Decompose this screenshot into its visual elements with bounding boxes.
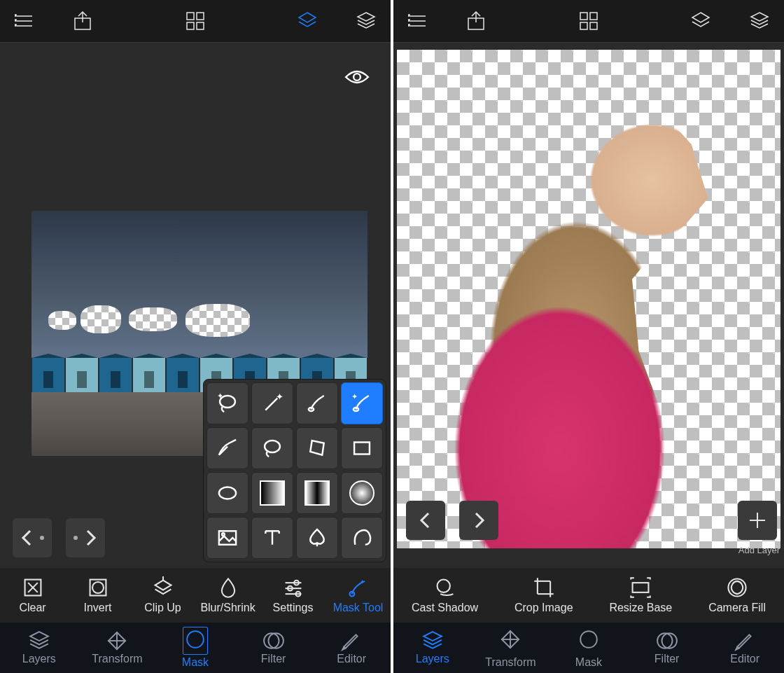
camera-fill-label: Camera Fill [708,602,766,614]
transparent-canvas[interactable] [397,50,780,548]
layer-stack-icon[interactable] [295,9,319,33]
blur-shrink-label: Blur/Shrink [200,602,255,614]
tab-editor[interactable]: Editor [713,630,776,665]
clear-label: Clear [19,602,46,614]
tool-rectangle[interactable] [341,427,383,469]
bottom-tab-bar: Layers Transform Mask Filter Editor [0,623,391,673]
tab-mask-label: Mask [575,656,602,669]
mask-tool-label: Mask Tool [333,602,384,614]
visibility-icon[interactable] [342,69,372,88]
tool-linear-gradient[interactable] [251,472,293,514]
tab-transform[interactable]: Transform [85,630,148,665]
tab-editor-label: Editor [337,653,366,665]
layers-icon[interactable] [748,9,771,33]
bottom-tab-bar: Layers Transform Mask Filter Editor [393,623,784,673]
redo-button[interactable] [66,518,105,557]
tab-filter-label: Filter [261,653,286,665]
tab-mask[interactable]: Mask [557,627,620,669]
tab-editor[interactable]: Editor [320,630,383,665]
tool-magic-wand[interactable] [251,382,293,424]
redo-button[interactable] [459,501,498,540]
crop-image-button[interactable]: Crop Image [514,576,573,614]
tool-hair[interactable] [341,517,383,559]
grid-icon[interactable] [577,9,601,33]
camera-fill-button[interactable]: Camera Fill [708,576,766,614]
tool-text[interactable] [251,517,293,559]
add-layer-button[interactable] [738,501,777,540]
tool-ellipse[interactable] [206,472,248,514]
grid-icon[interactable] [183,9,207,33]
mask-action-bar: Clear Invert Clip Up Blur/Shrink Setting… [0,568,391,623]
top-toolbar [0,0,391,43]
canvas-area[interactable] [0,43,391,568]
tool-magic-lasso[interactable] [206,382,248,424]
settings-label: Settings [273,602,314,614]
tab-layers-label: Layers [22,653,56,665]
clip-up-button[interactable]: Clip Up [134,576,192,614]
invert-label: Invert [83,602,111,614]
layers-icon[interactable] [354,9,378,33]
settings-button[interactable]: Settings [265,576,322,614]
cast-shadow-label: Cast Shadow [412,602,478,614]
tool-radial-gradient[interactable] [341,472,383,514]
resize-base-label: Resize Base [609,602,672,614]
tab-filter[interactable]: Filter [636,630,699,665]
layers-action-bar: Cast Shadow Crop Image Resize Base Camer… [393,568,784,623]
tab-layers-label: Layers [416,653,449,665]
tool-magic-brush[interactable] [341,382,383,424]
tool-image[interactable] [206,517,248,559]
cutout-subject[interactable] [428,99,757,548]
tool-shape[interactable] [296,517,338,559]
tab-editor-label: Editor [730,653,760,665]
tab-mask[interactable]: Mask [164,627,227,669]
layer-stack-icon[interactable] [689,9,713,33]
undo-button[interactable] [406,501,445,540]
mask-tool-button[interactable]: Mask Tool [330,576,387,614]
tool-feather[interactable] [206,427,248,469]
undo-button[interactable] [13,518,52,557]
tool-lasso[interactable] [251,427,293,469]
blur-shrink-button[interactable]: Blur/Shrink [200,576,257,614]
share-icon[interactable] [71,9,95,33]
resize-base-button[interactable]: Resize Base [609,576,672,614]
tool-mirror-gradient[interactable] [296,472,338,514]
tab-transform-label: Transform [485,656,536,669]
tool-polygon[interactable] [296,427,338,469]
tab-transform-label: Transform [92,653,142,665]
tool-brush[interactable] [296,382,338,424]
tab-transform[interactable]: Transform [479,627,542,669]
canvas-area[interactable]: Add Layer [393,43,784,568]
mask-tool-grid [203,379,386,562]
share-icon[interactable] [465,9,489,33]
invert-button[interactable]: Invert [69,576,127,614]
list-icon[interactable] [406,9,430,33]
tab-filter[interactable]: Filter [242,630,305,665]
top-toolbar [393,0,784,43]
list-icon[interactable] [13,9,36,33]
crop-image-label: Crop Image [514,602,573,614]
tab-filter-label: Filter [654,653,680,665]
tab-layers[interactable]: Layers [401,630,464,665]
clear-button[interactable]: Clear [4,576,62,614]
add-layer-label: Add Layer [738,545,780,555]
tab-layers[interactable]: Layers [8,630,71,665]
tab-mask-label: Mask [182,656,209,669]
cast-shadow-button[interactable]: Cast Shadow [412,576,478,614]
clip-up-label: Clip Up [144,602,181,614]
